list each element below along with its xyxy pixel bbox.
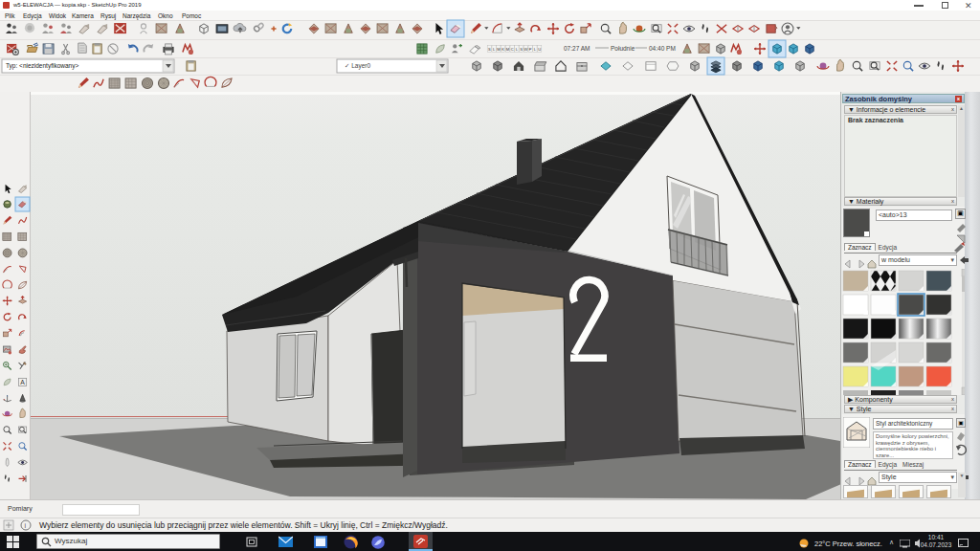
- svg-text:07:27 AM: 07:27 AM: [564, 45, 590, 52]
- svg-text:S: S: [488, 47, 491, 52]
- svg-text:✓ Layer0: ✓ Layer0: [345, 62, 371, 70]
- svg-text:Południe: Południe: [611, 45, 635, 52]
- svg-text:M: M: [497, 47, 501, 52]
- svg-text:A: A: [20, 379, 25, 386]
- svg-text:W: W: [523, 47, 527, 52]
- svg-text:K: K: [501, 47, 504, 52]
- svg-text:i: i: [25, 522, 27, 529]
- svg-text:04:40 PM: 04:40 PM: [649, 45, 676, 52]
- svg-text:C: C: [511, 47, 514, 52]
- svg-text:U: U: [538, 47, 541, 52]
- svg-text:Typ: <niezidentyfikowany>: Typ: <niezidentyfikowany>: [6, 62, 78, 70]
- svg-text:M: M: [506, 47, 510, 52]
- svg-text:S: S: [520, 47, 523, 52]
- svg-text:P: P: [529, 47, 532, 52]
